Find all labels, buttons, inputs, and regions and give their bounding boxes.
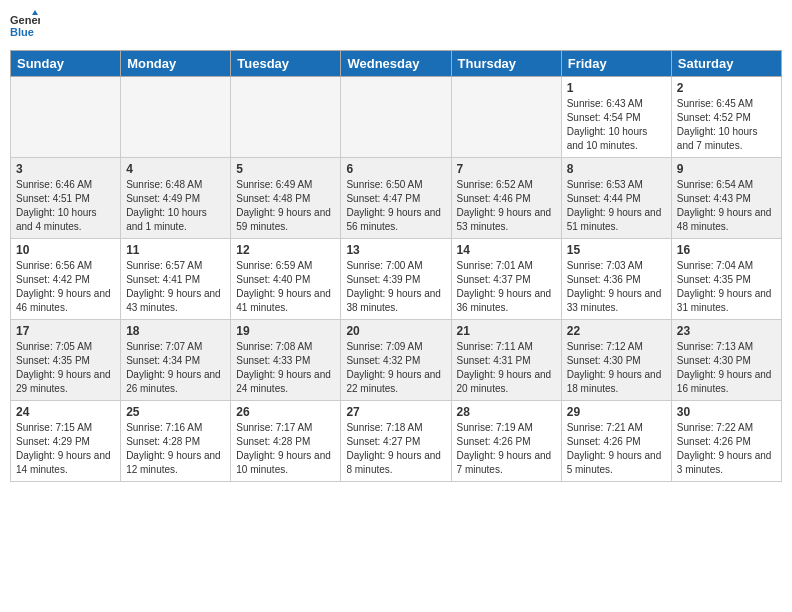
day-number: 2 [677, 81, 776, 95]
day-info: Sunrise: 7:05 AM Sunset: 4:35 PM Dayligh… [16, 340, 115, 396]
calendar-cell: 2Sunrise: 6:45 AM Sunset: 4:52 PM Daylig… [671, 77, 781, 158]
day-number: 20 [346, 324, 445, 338]
day-number: 28 [457, 405, 556, 419]
day-of-week-sunday: Sunday [11, 51, 121, 77]
day-info: Sunrise: 7:13 AM Sunset: 4:30 PM Dayligh… [677, 340, 776, 396]
day-of-week-saturday: Saturday [671, 51, 781, 77]
day-of-week-friday: Friday [561, 51, 671, 77]
week-row-2: 3Sunrise: 6:46 AM Sunset: 4:51 PM Daylig… [11, 158, 782, 239]
calendar-cell: 10Sunrise: 6:56 AM Sunset: 4:42 PM Dayli… [11, 239, 121, 320]
calendar-cell: 5Sunrise: 6:49 AM Sunset: 4:48 PM Daylig… [231, 158, 341, 239]
day-number: 11 [126, 243, 225, 257]
calendar-cell: 27Sunrise: 7:18 AM Sunset: 4:27 PM Dayli… [341, 401, 451, 482]
calendar-cell: 15Sunrise: 7:03 AM Sunset: 4:36 PM Dayli… [561, 239, 671, 320]
week-row-3: 10Sunrise: 6:56 AM Sunset: 4:42 PM Dayli… [11, 239, 782, 320]
day-info: Sunrise: 7:12 AM Sunset: 4:30 PM Dayligh… [567, 340, 666, 396]
calendar-cell: 17Sunrise: 7:05 AM Sunset: 4:35 PM Dayli… [11, 320, 121, 401]
calendar-cell [231, 77, 341, 158]
calendar-cell: 25Sunrise: 7:16 AM Sunset: 4:28 PM Dayli… [121, 401, 231, 482]
calendar-cell: 24Sunrise: 7:15 AM Sunset: 4:29 PM Dayli… [11, 401, 121, 482]
calendar-cell: 29Sunrise: 7:21 AM Sunset: 4:26 PM Dayli… [561, 401, 671, 482]
calendar-cell: 12Sunrise: 6:59 AM Sunset: 4:40 PM Dayli… [231, 239, 341, 320]
day-number: 13 [346, 243, 445, 257]
calendar-cell: 8Sunrise: 6:53 AM Sunset: 4:44 PM Daylig… [561, 158, 671, 239]
day-number: 26 [236, 405, 335, 419]
day-info: Sunrise: 7:15 AM Sunset: 4:29 PM Dayligh… [16, 421, 115, 477]
svg-text:Blue: Blue [10, 26, 34, 38]
day-info: Sunrise: 7:07 AM Sunset: 4:34 PM Dayligh… [126, 340, 225, 396]
day-info: Sunrise: 7:01 AM Sunset: 4:37 PM Dayligh… [457, 259, 556, 315]
day-number: 1 [567, 81, 666, 95]
day-number: 14 [457, 243, 556, 257]
day-number: 25 [126, 405, 225, 419]
day-of-week-thursday: Thursday [451, 51, 561, 77]
calendar-cell: 6Sunrise: 6:50 AM Sunset: 4:47 PM Daylig… [341, 158, 451, 239]
calendar-cell: 7Sunrise: 6:52 AM Sunset: 4:46 PM Daylig… [451, 158, 561, 239]
week-row-4: 17Sunrise: 7:05 AM Sunset: 4:35 PM Dayli… [11, 320, 782, 401]
day-number: 6 [346, 162, 445, 176]
day-number: 5 [236, 162, 335, 176]
day-number: 8 [567, 162, 666, 176]
day-info: Sunrise: 6:53 AM Sunset: 4:44 PM Dayligh… [567, 178, 666, 234]
calendar-cell: 14Sunrise: 7:01 AM Sunset: 4:37 PM Dayli… [451, 239, 561, 320]
calendar-cell: 1Sunrise: 6:43 AM Sunset: 4:54 PM Daylig… [561, 77, 671, 158]
day-number: 24 [16, 405, 115, 419]
calendar-cell [11, 77, 121, 158]
calendar-cell: 26Sunrise: 7:17 AM Sunset: 4:28 PM Dayli… [231, 401, 341, 482]
day-info: Sunrise: 7:04 AM Sunset: 4:35 PM Dayligh… [677, 259, 776, 315]
day-info: Sunrise: 7:17 AM Sunset: 4:28 PM Dayligh… [236, 421, 335, 477]
day-number: 7 [457, 162, 556, 176]
calendar-cell: 9Sunrise: 6:54 AM Sunset: 4:43 PM Daylig… [671, 158, 781, 239]
day-number: 27 [346, 405, 445, 419]
day-info: Sunrise: 6:48 AM Sunset: 4:49 PM Dayligh… [126, 178, 225, 234]
day-info: Sunrise: 7:03 AM Sunset: 4:36 PM Dayligh… [567, 259, 666, 315]
svg-text:General: General [10, 14, 40, 26]
day-number: 23 [677, 324, 776, 338]
week-row-5: 24Sunrise: 7:15 AM Sunset: 4:29 PM Dayli… [11, 401, 782, 482]
page-header: General Blue [10, 10, 782, 40]
day-info: Sunrise: 7:00 AM Sunset: 4:39 PM Dayligh… [346, 259, 445, 315]
calendar-body: 1Sunrise: 6:43 AM Sunset: 4:54 PM Daylig… [11, 77, 782, 482]
calendar-cell [451, 77, 561, 158]
day-of-week-tuesday: Tuesday [231, 51, 341, 77]
calendar-cell: 22Sunrise: 7:12 AM Sunset: 4:30 PM Dayli… [561, 320, 671, 401]
calendar-cell [341, 77, 451, 158]
day-number: 15 [567, 243, 666, 257]
calendar-cell: 19Sunrise: 7:08 AM Sunset: 4:33 PM Dayli… [231, 320, 341, 401]
day-number: 18 [126, 324, 225, 338]
day-info: Sunrise: 7:11 AM Sunset: 4:31 PM Dayligh… [457, 340, 556, 396]
week-row-1: 1Sunrise: 6:43 AM Sunset: 4:54 PM Daylig… [11, 77, 782, 158]
calendar-cell: 30Sunrise: 7:22 AM Sunset: 4:26 PM Dayli… [671, 401, 781, 482]
calendar-cell [121, 77, 231, 158]
calendar-cell: 23Sunrise: 7:13 AM Sunset: 4:30 PM Dayli… [671, 320, 781, 401]
day-of-week-wednesday: Wednesday [341, 51, 451, 77]
day-info: Sunrise: 7:16 AM Sunset: 4:28 PM Dayligh… [126, 421, 225, 477]
day-number: 3 [16, 162, 115, 176]
day-number: 30 [677, 405, 776, 419]
day-info: Sunrise: 7:21 AM Sunset: 4:26 PM Dayligh… [567, 421, 666, 477]
day-info: Sunrise: 7:22 AM Sunset: 4:26 PM Dayligh… [677, 421, 776, 477]
calendar-cell: 11Sunrise: 6:57 AM Sunset: 4:41 PM Dayli… [121, 239, 231, 320]
calendar-cell: 16Sunrise: 7:04 AM Sunset: 4:35 PM Dayli… [671, 239, 781, 320]
day-info: Sunrise: 6:54 AM Sunset: 4:43 PM Dayligh… [677, 178, 776, 234]
day-info: Sunrise: 6:49 AM Sunset: 4:48 PM Dayligh… [236, 178, 335, 234]
logo: General Blue [10, 10, 40, 40]
day-number: 19 [236, 324, 335, 338]
day-number: 12 [236, 243, 335, 257]
day-info: Sunrise: 6:52 AM Sunset: 4:46 PM Dayligh… [457, 178, 556, 234]
day-number: 29 [567, 405, 666, 419]
calendar-table: SundayMondayTuesdayWednesdayThursdayFrid… [10, 50, 782, 482]
day-info: Sunrise: 7:19 AM Sunset: 4:26 PM Dayligh… [457, 421, 556, 477]
days-of-week-header: SundayMondayTuesdayWednesdayThursdayFrid… [11, 51, 782, 77]
day-number: 10 [16, 243, 115, 257]
calendar-cell: 20Sunrise: 7:09 AM Sunset: 4:32 PM Dayli… [341, 320, 451, 401]
calendar-cell: 4Sunrise: 6:48 AM Sunset: 4:49 PM Daylig… [121, 158, 231, 239]
day-info: Sunrise: 6:57 AM Sunset: 4:41 PM Dayligh… [126, 259, 225, 315]
day-number: 4 [126, 162, 225, 176]
calendar-cell: 3Sunrise: 6:46 AM Sunset: 4:51 PM Daylig… [11, 158, 121, 239]
day-info: Sunrise: 6:43 AM Sunset: 4:54 PM Dayligh… [567, 97, 666, 153]
day-info: Sunrise: 6:45 AM Sunset: 4:52 PM Dayligh… [677, 97, 776, 153]
day-number: 17 [16, 324, 115, 338]
day-number: 9 [677, 162, 776, 176]
day-info: Sunrise: 7:08 AM Sunset: 4:33 PM Dayligh… [236, 340, 335, 396]
